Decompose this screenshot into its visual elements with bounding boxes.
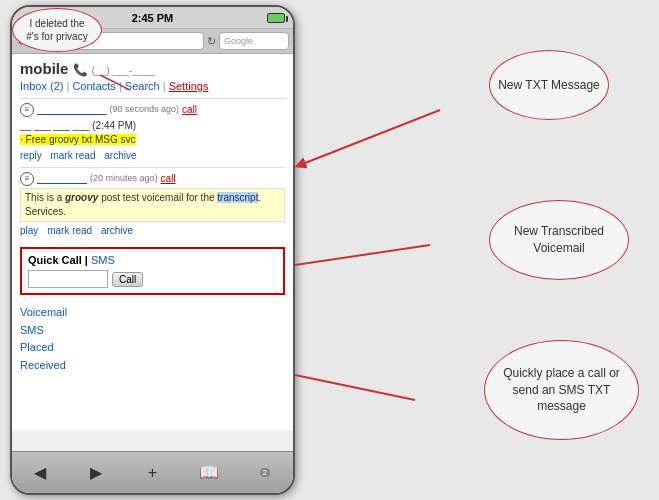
- bubble-sms-text: Quickly place a call or send an SMS TXT …: [495, 365, 628, 415]
- message-call-1[interactable]: call: [182, 103, 197, 117]
- sms-nav-link[interactable]: SMS: [20, 322, 285, 340]
- message-name-1[interactable]: __ ___ ___ ___: [37, 103, 107, 117]
- nav-links: Inbox (2) | Contacts | Search | Settings: [20, 80, 285, 92]
- received-link[interactable]: Received: [20, 357, 285, 375]
- message-body-text-1: __ ___ ___ ___ (2:44 PM): [20, 120, 136, 131]
- message-actions-1: reply mark read archive: [20, 149, 285, 163]
- svg-line-2: [295, 375, 415, 400]
- contacts-link[interactable]: Contacts: [72, 80, 115, 92]
- message-icon-1: ≡: [20, 103, 34, 117]
- sms-link[interactable]: SMS: [91, 254, 115, 266]
- voicemail-link[interactable]: Voicemail: [20, 304, 285, 322]
- page-subtitle: (__) ___-____: [92, 65, 155, 76]
- phone-icon: 📞: [73, 63, 88, 77]
- search-placeholder: Google: [224, 36, 253, 46]
- back-toolbar-btn[interactable]: ◀: [20, 458, 60, 488]
- search-bar[interactable]: Google: [219, 32, 289, 50]
- battery-icon: [267, 13, 285, 23]
- bubble-sms: Quickly place a call or send an SMS TXT …: [484, 340, 639, 440]
- phone-frame: 🔒 2:45 PM ‹ › voice./voic... ↻ Google mo…: [10, 5, 295, 495]
- message-call-2[interactable]: call: [161, 172, 176, 186]
- archive-link-1[interactable]: archive: [104, 150, 136, 161]
- quick-call-title: Quick Call | SMS: [28, 254, 277, 266]
- page-title-text: mobile: [20, 60, 68, 77]
- forward-toolbar-btn[interactable]: ▶: [76, 458, 116, 488]
- bubble-txt: New TXT Message: [489, 50, 609, 120]
- page-title: mobile 📞 (__) ___-____: [20, 60, 285, 77]
- refresh-btn[interactable]: ↻: [207, 35, 216, 48]
- message-actions-2: play mark read archive: [20, 224, 285, 238]
- message-time-1: (90 seconds ago): [110, 103, 180, 116]
- page-content: mobile 📞 (__) ___-____ Inbox (2) | Conta…: [12, 54, 293, 430]
- reply-link-1[interactable]: reply: [20, 150, 42, 161]
- svg-line-0: [300, 110, 440, 165]
- message-name-2[interactable]: ___ ___ __: [37, 172, 87, 186]
- quick-call-label: Quick Call: [28, 254, 82, 266]
- tabs-badge: 2: [260, 468, 270, 477]
- mark-read-link-2[interactable]: mark read: [47, 225, 92, 236]
- play-link[interactable]: play: [20, 225, 38, 236]
- placed-link[interactable]: Placed: [20, 339, 285, 357]
- bubble-voicemail-text: New Transcribed Voicemail: [490, 223, 628, 257]
- search-link[interactable]: Search: [125, 80, 160, 92]
- groovy-word: groovy: [65, 192, 98, 203]
- inbox-link[interactable]: Inbox (2): [20, 80, 63, 92]
- message-item-1: ≡ __ ___ ___ ___ (90 seconds ago) call _…: [20, 98, 285, 167]
- settings-link[interactable]: Settings: [169, 80, 209, 92]
- annotation-privacy: I deleted the #'s for privacy: [12, 8, 102, 52]
- message-icon-2: ≡: [20, 172, 34, 186]
- quick-call-box: Quick Call | SMS Call: [20, 247, 285, 295]
- annotation-privacy-text: I deleted the #'s for privacy: [26, 18, 87, 42]
- message-body-1: __ ___ ___ ___ (2:44 PM) · Free groovy t…: [20, 119, 285, 147]
- tabs-toolbar-btn[interactable]: 2: [245, 458, 285, 488]
- quick-call-input-row: Call: [28, 270, 277, 288]
- svg-line-1: [295, 245, 430, 265]
- message-header-2: ≡ ___ ___ __ (20 minutes ago) call: [20, 172, 285, 186]
- message-header-1: ≡ __ ___ ___ ___ (90 seconds ago) call: [20, 103, 285, 117]
- add-toolbar-btn[interactable]: +: [132, 458, 172, 488]
- bubble-voicemail: New Transcribed Voicemail: [489, 200, 629, 280]
- book-toolbar-btn[interactable]: 📖: [189, 458, 229, 488]
- voicemail-body: This is a groovy post test voicemail for…: [20, 188, 285, 222]
- bottom-toolbar: ◀ ▶ + 📖 2: [12, 451, 293, 493]
- status-time: 2:45 PM: [132, 12, 174, 24]
- archive-link-2[interactable]: archive: [101, 225, 133, 236]
- message-highlight-1: · Free groovy txt MSG svc: [20, 134, 136, 145]
- bottom-links: Voicemail SMS Placed Received: [20, 300, 285, 374]
- mark-read-link-1[interactable]: mark read: [50, 150, 95, 161]
- quick-call-input[interactable]: [28, 270, 108, 288]
- call-button[interactable]: Call: [112, 272, 143, 287]
- message-item-2: ≡ ___ ___ __ (20 minutes ago) call This …: [20, 167, 285, 242]
- transcript-highlight: transcript: [217, 192, 258, 203]
- message-time-2: (20 minutes ago): [90, 172, 158, 185]
- bubble-txt-text: New TXT Message: [498, 77, 600, 94]
